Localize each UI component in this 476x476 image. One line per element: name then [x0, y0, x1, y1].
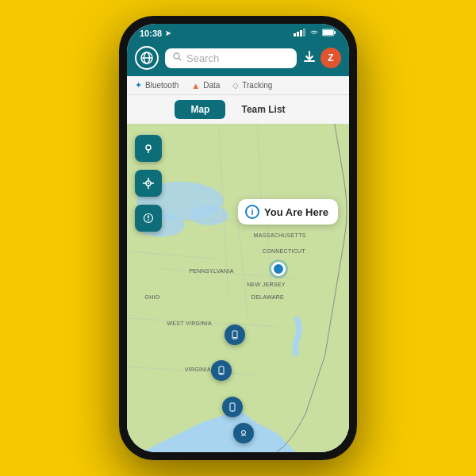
- svg-point-31: [148, 182, 149, 184]
- svg-rect-43: [230, 403, 235, 411]
- bluetooth-status: ✦ Bluetooth: [135, 80, 178, 90]
- delaware-label: DELAWARE: [251, 294, 284, 300]
- sub-header: ✦ Bluetooth ▲ Data ◇ Tracking: [127, 76, 349, 95]
- you-are-here-tooltip: i You Are Here: [238, 199, 338, 225]
- connecticut-label: CONNECTICUT: [263, 248, 305, 254]
- tab-team-list[interactable]: Team List: [225, 100, 301, 119]
- new-jersey-label: NEW JERSEY: [247, 282, 286, 287]
- data-status: ▲ Data: [191, 81, 220, 90]
- header-actions: Z: [303, 48, 341, 68]
- status-icons: [294, 29, 336, 38]
- compass-button[interactable]: [135, 205, 162, 232]
- search-bar[interactable]: Search: [165, 48, 297, 68]
- tab-map[interactable]: Map: [175, 100, 225, 119]
- search-icon: [173, 52, 182, 63]
- crosshair-button[interactable]: [135, 170, 162, 197]
- svg-rect-42: [220, 373, 223, 374]
- wifi-icon: [309, 29, 319, 38]
- phone-device: 10:38 ➤: [119, 16, 357, 460]
- svg-rect-5: [323, 30, 333, 35]
- bluetooth-icon: ✦: [135, 80, 142, 90]
- svg-marker-37: [148, 214, 150, 218]
- ohio-label: OHIO: [144, 294, 159, 300]
- device-marker-3[interactable]: [222, 397, 243, 417]
- time-display: 10:38: [140, 29, 162, 38]
- device-marker-1[interactable]: [225, 324, 245, 345]
- status-bar: 10:38 ➤: [127, 24, 349, 41]
- svg-rect-40: [233, 337, 236, 338]
- phone-screen: 10:38 ➤: [127, 24, 349, 452]
- device-marker-4[interactable]: [233, 423, 254, 443]
- search-placeholder: Search: [186, 52, 219, 64]
- map-view[interactable]: OHIO PENNSYLVANIA WEST VIRGINIA VIRGINIA…: [127, 124, 349, 452]
- location-arrow-icon: ➤: [165, 29, 171, 37]
- globe-icon[interactable]: [135, 46, 159, 70]
- svg-marker-38: [148, 218, 150, 222]
- svg-rect-2: [300, 30, 302, 36]
- west-virginia-label: WEST VIRGINIA: [167, 321, 212, 326]
- you-are-here-label: You Are Here: [264, 206, 328, 218]
- svg-rect-1: [297, 32, 299, 36]
- user-avatar-button[interactable]: Z: [321, 48, 341, 68]
- svg-line-11: [179, 59, 182, 61]
- svg-point-28: [146, 145, 151, 150]
- app-header: Search Z: [127, 41, 349, 76]
- bluetooth-label: Bluetooth: [145, 81, 178, 90]
- battery-icon: [322, 29, 336, 38]
- status-time: 10:38 ➤: [140, 29, 171, 38]
- massachusetts-label: MASSACHUSETTS: [254, 232, 306, 238]
- svg-rect-6: [334, 31, 336, 34]
- svg-rect-0: [294, 33, 296, 36]
- svg-rect-3: [303, 29, 305, 36]
- signal-icon: [294, 29, 306, 38]
- svg-point-17: [190, 206, 228, 225]
- info-icon: i: [245, 205, 259, 219]
- data-icon: ▲: [191, 81, 200, 90]
- tracking-status: ◇ Tracking: [232, 81, 272, 90]
- virginia-label: VIRGINIA: [185, 367, 211, 372]
- location-button[interactable]: [135, 135, 162, 162]
- current-location-dot: [271, 262, 286, 276]
- tracking-label: Tracking: [242, 81, 272, 90]
- tracking-icon: ◇: [232, 81, 239, 90]
- pennsylvania-label: PENNSYLVANIA: [189, 268, 233, 274]
- download-button[interactable]: [303, 50, 316, 66]
- svg-point-45: [242, 430, 246, 434]
- view-tabs: Map Team List: [127, 95, 349, 124]
- svg-point-10: [174, 53, 179, 59]
- data-label: Data: [203, 81, 220, 90]
